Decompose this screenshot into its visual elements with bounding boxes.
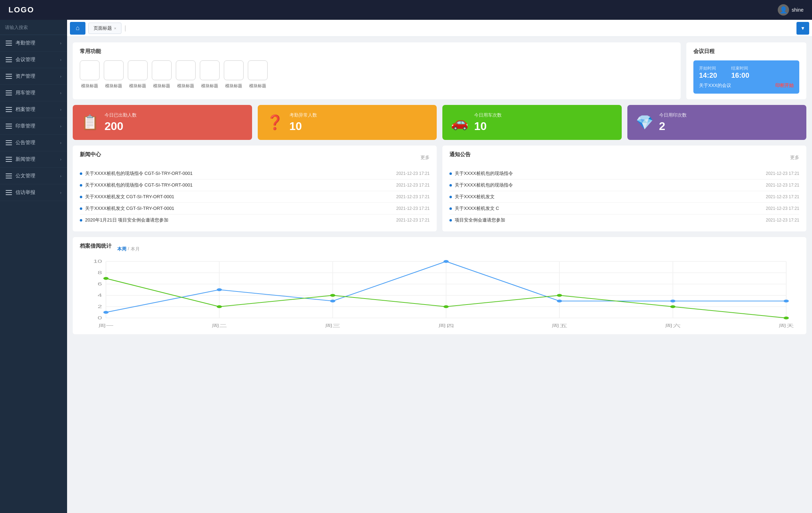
svg-point-26 (103, 311, 109, 314)
sidebar-item-official[interactable]: 公文管理 › (0, 168, 67, 184)
sidebar-item-meeting[interactable]: 会议管理 › (0, 52, 67, 68)
sidebar-item-vehicle[interactable]: 用车管理 › (0, 85, 67, 101)
func-icon-box-5 (200, 60, 220, 80)
svg-text:0: 0 (98, 316, 102, 320)
notice-item-title: 关于XXXX桩机发文 C (455, 205, 762, 212)
func-icon-box-1 (104, 60, 124, 80)
stat-value-abnormal: 10 (289, 120, 317, 133)
func-module-4[interactable]: 模块标题 (176, 60, 196, 89)
tab-label: 页面标题 (94, 25, 112, 31)
func-module-2[interactable]: 模块标题 (128, 60, 148, 89)
stat-info-seal: 今日用印次数 2 (659, 112, 687, 133)
notice-item-title: 关于XXXX桩机包的现场指令 (455, 170, 762, 177)
svg-point-35 (330, 294, 335, 297)
stat-label-attendance: 今日已出勤人数 (105, 112, 137, 118)
list-item[interactable]: 项目安全例会邀请您参加 2021-12-23 17:21 (449, 214, 799, 226)
news-notice-row: 新闻中心 更多 关于XXXX桩机包的现场指令 CGT-SI-TRY-ORT-00… (73, 146, 806, 231)
avatar[interactable]: 👤 (778, 4, 789, 16)
news-panel-header: 新闻中心 更多 (80, 151, 430, 164)
news-item-date: 2021-12-23 17:21 (396, 183, 430, 188)
func-icon-label-1: 模块标题 (105, 83, 122, 89)
sidebar-item-attendance[interactable]: 考勤管理 › (0, 35, 67, 52)
stat-info-abnormal: 考勤异常人数 10 (289, 112, 317, 133)
page-content: 常用功能 模块标题 模块标题 模块标题 模块标题 模块标题 模块标题 模块标题 … (67, 37, 812, 513)
news-panel: 新闻中心 更多 关于XXXX桩机包的现场指令 CGT-SI-TRY-ORT-00… (73, 146, 437, 231)
func-icon-label-3: 模块标题 (153, 83, 170, 89)
sidebar-item-left: 新闻管理 (6, 156, 35, 163)
archive-icon (6, 107, 12, 112)
stat-value-attendance: 200 (105, 120, 137, 133)
svg-text:6: 6 (98, 282, 102, 286)
meeting-card: 开始时间 14:20 结束时间 16:00 关于XXX的会议 印柜开始 (693, 60, 799, 94)
svg-point-28 (330, 300, 335, 302)
toggle-week[interactable]: 本周 (117, 246, 126, 252)
sidebar-item-archive[interactable]: 档案管理 › (0, 101, 67, 118)
svg-point-36 (443, 305, 449, 308)
meeting-bottom: 关于XXX的会议 印柜开始 (699, 82, 794, 89)
meeting-end-time: 16:00 (731, 71, 749, 79)
list-item[interactable]: 关于XXXX桩机发文 CGT-SI-TRY-ORT-0001 2021-12-2… (80, 191, 430, 203)
list-item[interactable]: 关于XXXX桩机包的现场指令 CGT-SI-TRY-ORT-0001 2021-… (80, 168, 430, 179)
search-input[interactable] (5, 25, 62, 30)
list-item[interactable]: 关于XXXX桩机包的现场指令 CGT-SI-TRY-ORT-0001 2021-… (80, 179, 430, 191)
stat-icon-vehicle: 🚗 (451, 114, 468, 131)
func-module-6[interactable]: 模块标题 (224, 60, 244, 89)
meeting-end-label: 结束时间 (731, 65, 749, 71)
chart-header: 档案借阅统计 本周 / 本月 (80, 243, 799, 255)
tab-page-title[interactable]: 页面标题 × (88, 23, 121, 34)
func-module-7[interactable]: 模块标题 (248, 60, 268, 89)
sidebar-item-notice[interactable]: 公告管理 › (0, 135, 67, 151)
sidebar-item-news[interactable]: 新闻管理 › (0, 151, 67, 168)
sidebar-item-left: 资产管理 (6, 73, 35, 79)
notice-icon (6, 140, 12, 145)
stat-label-seal: 今日用印次数 (659, 112, 687, 118)
sidebar-item-left: 考勤管理 (6, 40, 35, 46)
func-icon-label-7: 模块标题 (249, 83, 266, 89)
chevron-down-icon: › (60, 190, 61, 195)
sidebar: 考勤管理 › 会议管理 › 资产管理 › 用车管理 › (0, 20, 67, 513)
tab-close-icon[interactable]: × (114, 26, 116, 30)
sidebar-item-petition[interactable]: 信访举报 › (0, 184, 67, 201)
svg-text:周三: 周三 (325, 323, 341, 328)
sidebar-item-seal[interactable]: 印章管理 › (0, 118, 67, 135)
stat-icon-abnormal: ❓ (266, 114, 284, 131)
news-title: 新闻中心 (80, 151, 101, 158)
notice-more-link[interactable]: 更多 (790, 154, 799, 161)
sidebar-search-container (0, 20, 67, 35)
func-module-5[interactable]: 模块标题 (200, 60, 220, 89)
sidebar-item-label: 印章管理 (16, 123, 35, 129)
svg-text:周一: 周一 (98, 323, 114, 328)
stat-card-abnormal: ❓ 考勤异常人数 10 (258, 105, 437, 140)
toggle-month[interactable]: 本月 (131, 246, 140, 252)
list-item[interactable]: 关于XXXX桩机发文 CGT-SI-TRY-ORT-0001 2021-12-2… (80, 203, 430, 214)
tab-bar: ⌂ 页面标题 × | ▾ (67, 20, 812, 37)
notice-dot (449, 172, 452, 175)
list-item[interactable]: 2020年1月21日 项目安全例会邀请您参加 2021-12-23 17:21 (80, 214, 430, 226)
news-item-date: 2021-12-23 17:21 (396, 218, 430, 223)
notice-item-date: 2021-12-23 17:21 (766, 218, 799, 223)
news-items-container: 关于XXXX桩机包的现场指令 CGT-SI-TRY-ORT-0001 2021-… (80, 168, 430, 226)
func-icons-container: 模块标题 模块标题 模块标题 模块标题 模块标题 模块标题 模块标题 模块标题 (80, 60, 674, 89)
list-item[interactable]: 关于XXXX桩机发文 C 2021-12-23 17:21 (449, 203, 799, 214)
func-module-3[interactable]: 模块标题 (152, 60, 172, 89)
news-item-title: 关于XXXX桩机包的现场指令 CGT-SI-TRY-ORT-0001 (85, 170, 392, 177)
func-module-0[interactable]: 模块标题 (80, 60, 100, 89)
sidebar-item-left: 信访举报 (6, 189, 35, 196)
notice-panel-header: 通知公告 更多 (449, 151, 799, 164)
news-more-link[interactable]: 更多 (420, 154, 430, 161)
sidebar-item-assets[interactable]: 资产管理 › (0, 68, 67, 85)
sidebar-item-label: 信访举报 (16, 189, 35, 196)
list-item[interactable]: 关于XXXX桩机包的现场指令 2021-12-23 17:21 (449, 179, 799, 191)
home-tab-button[interactable]: ⌂ (70, 22, 85, 35)
func-module-1[interactable]: 模块标题 (104, 60, 124, 89)
chart-toggle: 本周 / 本月 (117, 246, 140, 252)
list-item[interactable]: 关于XXXX桩机包的现场指令 2021-12-23 17:21 (449, 168, 799, 179)
tab-dropdown-button[interactable]: ▾ (796, 22, 809, 35)
notice-title: 通知公告 (449, 151, 471, 158)
header: LOGO 👤 shine (0, 0, 812, 20)
svg-point-30 (557, 300, 562, 302)
list-item[interactable]: 关于XXXX桩机发文 2021-12-23 17:21 (449, 191, 799, 203)
notice-dot (449, 207, 452, 210)
news-icon (6, 157, 12, 162)
news-dot (80, 207, 82, 210)
